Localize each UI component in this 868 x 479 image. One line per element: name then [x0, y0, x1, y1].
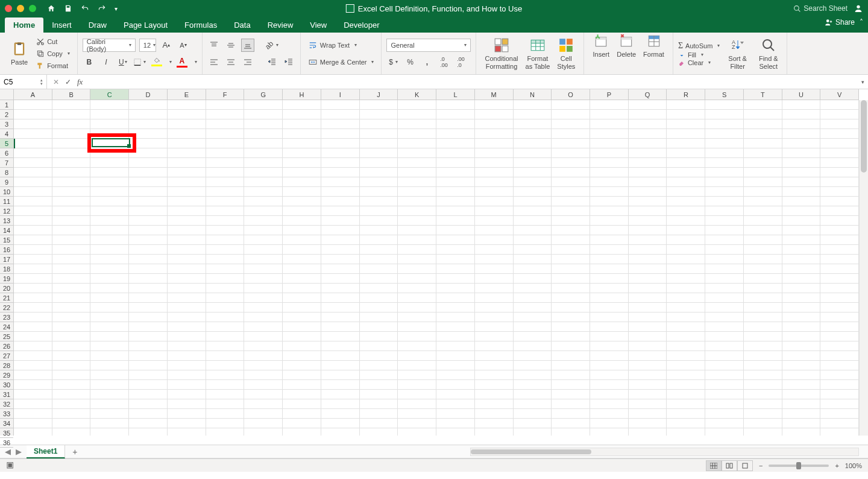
cell-N9[interactable]: [514, 177, 552, 187]
cell-I18[interactable]: [321, 264, 360, 274]
cell-R9[interactable]: [667, 177, 705, 187]
fill-button[interactable]: Fill▾: [678, 51, 720, 59]
cell-E34[interactable]: [168, 419, 206, 428]
cell-T11[interactable]: [744, 197, 782, 206]
row-header-10[interactable]: 10: [0, 187, 13, 197]
cell-T14[interactable]: [744, 226, 782, 235]
cell-D26[interactable]: [129, 341, 168, 351]
cell-C11[interactable]: [90, 197, 129, 206]
cell-O6[interactable]: [552, 148, 590, 158]
cell-V17[interactable]: [820, 255, 859, 264]
cell-E20[interactable]: [168, 284, 206, 293]
cell-D29[interactable]: [129, 370, 168, 380]
cell-A24[interactable]: [14, 322, 52, 332]
cell-T2[interactable]: [744, 110, 782, 119]
cell-T15[interactable]: [744, 235, 782, 245]
cell-E3[interactable]: [168, 119, 206, 129]
cell-C14[interactable]: [90, 226, 129, 235]
formula-input[interactable]: [86, 75, 868, 89]
row-header-24[interactable]: 24: [0, 322, 13, 332]
cell-D10[interactable]: [129, 187, 168, 197]
cell-H30[interactable]: [283, 380, 321, 390]
cell-G11[interactable]: [244, 197, 283, 206]
cell-T23[interactable]: [744, 312, 782, 322]
cell-I25[interactable]: [321, 332, 360, 341]
cell-R16[interactable]: [667, 245, 705, 255]
row-header-4[interactable]: 4: [0, 129, 13, 139]
cell-U11[interactable]: [782, 197, 821, 206]
cell-N22[interactable]: [514, 303, 552, 312]
cell-S3[interactable]: [705, 119, 744, 129]
cell-S6[interactable]: [705, 148, 744, 158]
increase-font-button[interactable]: A▴: [160, 39, 173, 52]
cell-S27[interactable]: [705, 351, 744, 361]
cell-D24[interactable]: [129, 322, 168, 332]
cell-F24[interactable]: [206, 322, 245, 332]
cell-M1[interactable]: [475, 100, 514, 110]
cell-A23[interactable]: [14, 312, 52, 322]
cell-G1[interactable]: [244, 100, 283, 110]
cell-C27[interactable]: [90, 351, 129, 361]
row-header-2[interactable]: 2: [0, 110, 13, 119]
cell-N11[interactable]: [514, 197, 552, 206]
cell-Q26[interactable]: [629, 341, 667, 351]
cell-M27[interactable]: [475, 351, 514, 361]
cell-D23[interactable]: [129, 312, 168, 322]
column-header-H[interactable]: H: [283, 89, 321, 100]
cell-P25[interactable]: [590, 332, 629, 341]
cell-K34[interactable]: [398, 419, 436, 428]
cell-N2[interactable]: [514, 110, 552, 119]
cell-F16[interactable]: [206, 245, 245, 255]
cell-G3[interactable]: [244, 119, 283, 129]
cell-J22[interactable]: [360, 303, 398, 312]
row-header-30[interactable]: 30: [0, 380, 13, 390]
cell-H34[interactable]: [283, 419, 321, 428]
cell-H19[interactable]: [283, 274, 321, 284]
cell-L9[interactable]: [436, 177, 475, 187]
cell-M23[interactable]: [475, 312, 514, 322]
cell-U17[interactable]: [782, 255, 821, 264]
wrap-text-button[interactable]: Wrap Text▾: [306, 40, 359, 51]
cell-C16[interactable]: [90, 245, 129, 255]
cell-V14[interactable]: [820, 226, 859, 235]
cell-F32[interactable]: [206, 399, 245, 409]
cell-J26[interactable]: [360, 341, 398, 351]
cell-E16[interactable]: [168, 245, 206, 255]
row-header-7[interactable]: 7: [0, 158, 13, 168]
cell-K22[interactable]: [398, 303, 436, 312]
cell-E19[interactable]: [168, 274, 206, 284]
cell-R34[interactable]: [667, 419, 705, 428]
cell-H2[interactable]: [283, 110, 321, 119]
cell-R29[interactable]: [667, 370, 705, 380]
cell-R32[interactable]: [667, 399, 705, 409]
cell-D34[interactable]: [129, 419, 168, 428]
cell-J1[interactable]: [360, 100, 398, 110]
cell-S9[interactable]: [705, 177, 744, 187]
cell-R14[interactable]: [667, 226, 705, 235]
close-window-button[interactable]: [5, 5, 12, 12]
column-header-O[interactable]: O: [552, 89, 590, 100]
cell-M19[interactable]: [475, 274, 514, 284]
cell-B14[interactable]: [52, 226, 91, 235]
cell-S17[interactable]: [705, 255, 744, 264]
clear-button[interactable]: Clear▾: [678, 59, 720, 66]
cell-M13[interactable]: [475, 216, 514, 226]
cell-L13[interactable]: [436, 216, 475, 226]
cell-O14[interactable]: [552, 226, 590, 235]
cell-V27[interactable]: [820, 351, 859, 361]
vertical-scrollbar[interactable]: [859, 100, 868, 436]
cell-A20[interactable]: [14, 284, 52, 293]
cell-P35[interactable]: [590, 428, 629, 436]
cell-V28[interactable]: [820, 361, 859, 370]
cell-S19[interactable]: [705, 274, 744, 284]
cell-D18[interactable]: [129, 264, 168, 274]
cell-H18[interactable]: [283, 264, 321, 274]
cell-G16[interactable]: [244, 245, 283, 255]
cell-L2[interactable]: [436, 110, 475, 119]
cell-N16[interactable]: [514, 245, 552, 255]
cell-K28[interactable]: [398, 361, 436, 370]
cell-R27[interactable]: [667, 351, 705, 361]
cell-N18[interactable]: [514, 264, 552, 274]
cell-I23[interactable]: [321, 312, 360, 322]
tab-draw[interactable]: Draw: [80, 17, 115, 33]
